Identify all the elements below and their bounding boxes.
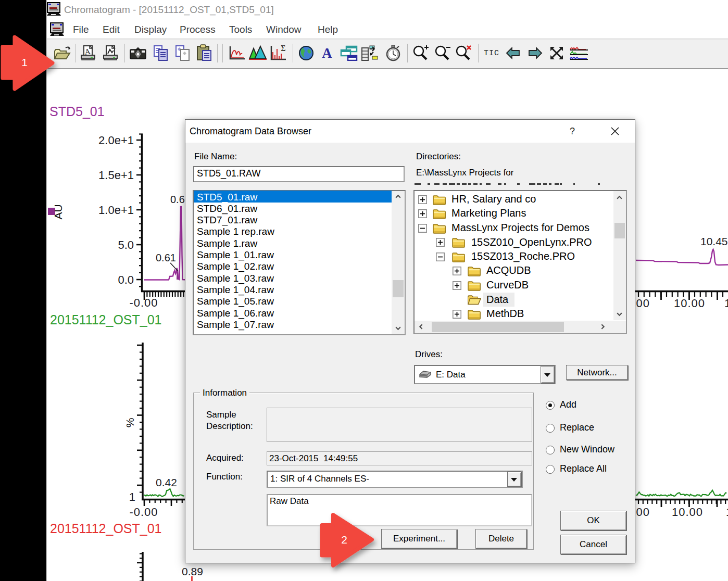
svg-text:2: 2 (341, 534, 347, 546)
svg-text:1: 1 (21, 56, 28, 68)
